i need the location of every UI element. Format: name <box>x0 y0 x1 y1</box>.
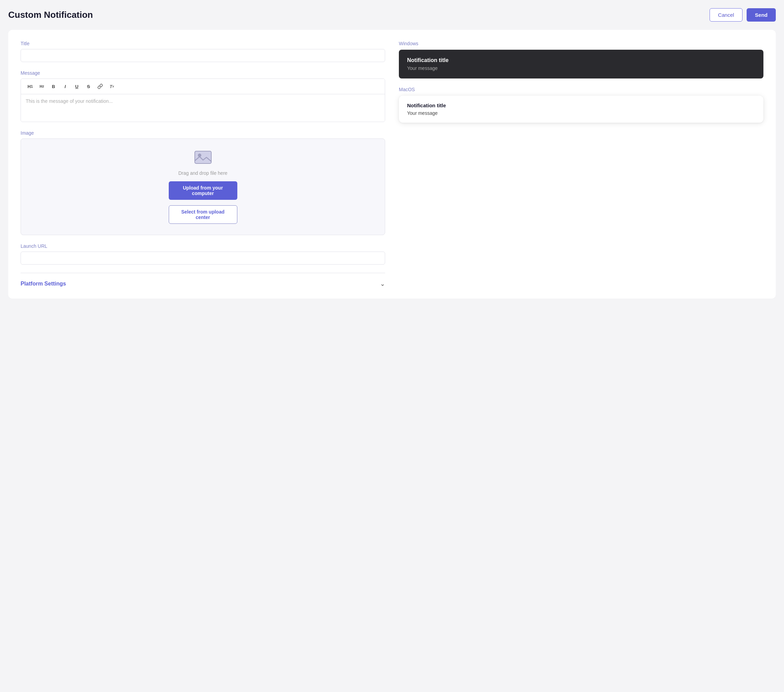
windows-preview-title: Notification title <box>407 57 755 63</box>
platform-settings-title: Platform Settings <box>21 281 66 287</box>
toolbar-bold-button[interactable]: B <box>48 82 59 91</box>
select-from-upload-center-button[interactable]: Select from upload center <box>169 205 237 224</box>
toolbar-h2-button[interactable]: H2 <box>37 82 47 91</box>
title-input[interactable] <box>21 49 385 62</box>
image-label: Image <box>21 130 385 136</box>
svg-rect-0 <box>195 151 211 163</box>
toolbar-underline-button[interactable]: U <box>72 82 82 91</box>
title-field-group: Title <box>21 41 385 62</box>
chevron-down-icon: ⌄ <box>380 280 385 288</box>
cancel-button[interactable]: Cancel <box>710 8 743 21</box>
toolbar-h1-button[interactable]: H1 <box>25 82 35 91</box>
windows-preview-message: Your message <box>407 66 755 71</box>
macos-preview-group: MacOS Notification title Your message <box>399 87 763 123</box>
launch-url-field-group: Launch URL <box>21 243 385 265</box>
toolbar-italic-button[interactable]: I <box>60 82 70 91</box>
launch-url-input[interactable] <box>21 251 385 265</box>
header-actions: Cancel Send <box>710 8 776 21</box>
left-column: Title Message H1 H2 B I U S <box>21 41 385 288</box>
windows-preview-card: Notification title Your message <box>399 50 763 79</box>
platform-settings-toggle[interactable]: Platform Settings ⌄ <box>21 280 385 288</box>
main-card: Title Message H1 H2 B I U S <box>8 30 776 299</box>
right-column: Windows Notification title Your message … <box>399 41 763 288</box>
toolbar-link-button[interactable] <box>95 82 105 91</box>
launch-url-label: Launch URL <box>21 243 385 249</box>
upload-from-computer-button[interactable]: Upload from your computer <box>169 181 237 200</box>
platform-settings-section: Platform Settings ⌄ <box>21 273 385 288</box>
drag-drop-text: Drag and drop file here <box>178 170 227 176</box>
windows-preview-group: Windows Notification title Your message <box>399 41 763 79</box>
toolbar-clear-button[interactable]: Tx <box>107 82 117 91</box>
message-textarea[interactable]: This is the message of your notification… <box>21 94 385 122</box>
message-editor: H1 H2 B I U S Tx This is the message of … <box>21 79 385 122</box>
image-upload-dropzone[interactable]: Drag and drop file here Upload from your… <box>21 138 385 235</box>
page-title: Custom Notification <box>8 10 93 20</box>
message-label: Message <box>21 70 385 76</box>
macos-preview-message: Your message <box>407 110 755 116</box>
editor-toolbar: H1 H2 B I U S Tx <box>21 79 385 94</box>
send-button[interactable]: Send <box>747 8 776 21</box>
toolbar-strikethrough-button[interactable]: S <box>83 82 94 91</box>
title-label: Title <box>21 41 385 46</box>
message-field-group: Message H1 H2 B I U S Tx <box>21 70 385 122</box>
image-placeholder-icon <box>194 150 212 165</box>
macos-label: MacOS <box>399 87 763 92</box>
macos-preview-title: Notification title <box>407 102 755 108</box>
image-field-group: Image Drag and drop file here Upload fro… <box>21 130 385 235</box>
macos-preview-card: Notification title Your message <box>399 95 763 123</box>
windows-label: Windows <box>399 41 763 46</box>
